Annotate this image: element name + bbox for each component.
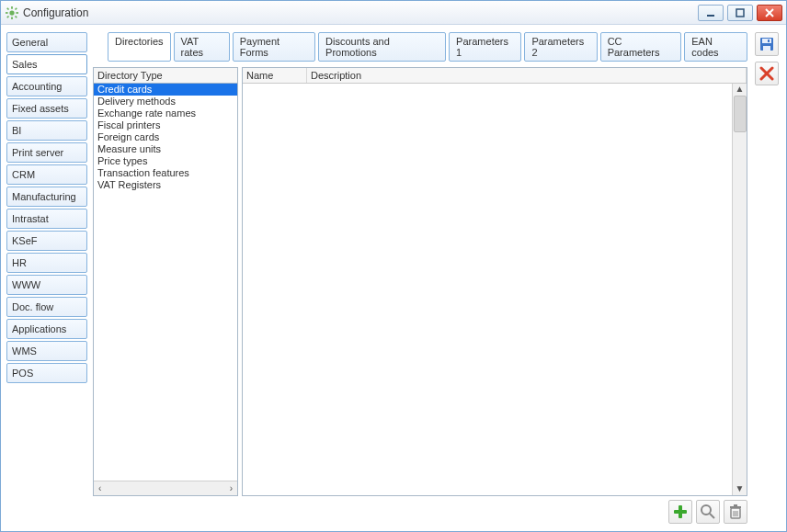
svg-rect-18	[730, 506, 741, 508]
sidebar: GeneralSalesAccountingFixed assetsBIPrin…	[6, 32, 87, 524]
svg-rect-19	[734, 504, 737, 506]
cancel-button[interactable]	[755, 62, 779, 85]
list-item[interactable]: Price types	[94, 155, 237, 167]
details-grid: Name Description ▲ ▼	[242, 67, 747, 496]
svg-line-7	[16, 7, 17, 9]
svg-line-6	[16, 16, 17, 17]
grid-body[interactable]: ▲ ▼	[243, 84, 747, 495]
titlebar: Configuration	[1, 1, 786, 25]
directory-type-list[interactable]: Credit cardsDelivery methodsExchange rat…	[94, 84, 237, 481]
tab-parameters-1[interactable]: Parameters 1	[449, 32, 521, 62]
tab-payment-forms[interactable]: Payment Forms	[233, 32, 315, 62]
tabs: DirectoriesVAT ratesPayment FormsDiscoun…	[108, 32, 747, 62]
footer-toolbar	[93, 500, 747, 524]
delete-button[interactable]	[724, 500, 747, 524]
svg-point-0	[9, 10, 14, 15]
directory-type-header: Directory Type	[94, 68, 237, 84]
sidebar-item-bi[interactable]: BI	[6, 120, 87, 141]
list-item[interactable]: Foreign cards	[94, 131, 237, 143]
config-window: Configuration GeneralSalesAccountingFixe…	[0, 0, 787, 532]
sidebar-item-wms[interactable]: WMS	[6, 341, 87, 361]
sidebar-item-intrastat[interactable]: Intrastat	[6, 209, 87, 229]
sidebar-item-doc-flow[interactable]: Doc. flow	[6, 297, 87, 317]
maximize-button[interactable]	[727, 5, 753, 21]
svg-line-16	[710, 514, 714, 518]
search-button[interactable]	[696, 500, 720, 524]
svg-rect-9	[707, 15, 714, 17]
scroll-thumb[interactable]	[734, 96, 747, 132]
window-controls	[698, 5, 782, 21]
svg-rect-14	[674, 510, 687, 514]
sidebar-item-manufacturing[interactable]: Manufacturing	[6, 187, 87, 207]
list-item[interactable]: Measure units	[94, 143, 237, 155]
svg-line-5	[7, 7, 9, 9]
list-item[interactable]: Transaction features	[94, 167, 237, 179]
save-button[interactable]	[755, 32, 779, 56]
sidebar-item-print-server[interactable]: Print server	[6, 142, 87, 163]
list-item[interactable]: Credit cards	[94, 84, 237, 96]
list-item[interactable]: Delivery methods	[94, 96, 237, 108]
main: DirectoriesVAT ratesPayment FormsDiscoun…	[93, 32, 747, 524]
scroll-down-icon[interactable]: ▼	[736, 483, 745, 493]
tab-vat-rates[interactable]: VAT rates	[174, 32, 230, 62]
sidebar-item-crm[interactable]: CRM	[6, 164, 87, 185]
window-title: Configuration	[23, 6, 698, 19]
list-item[interactable]: VAT Registers	[94, 179, 237, 191]
column-description[interactable]: Description	[307, 68, 747, 83]
minimize-button[interactable]	[698, 5, 724, 21]
scroll-right-icon[interactable]: ›	[227, 483, 235, 493]
scroll-up-icon[interactable]: ▲	[736, 84, 745, 94]
sidebar-item-hr[interactable]: HR	[6, 253, 87, 273]
sidebar-item-accounting[interactable]: Accounting	[6, 76, 87, 96]
scroll-left-icon[interactable]: ‹	[96, 483, 104, 493]
right-rail	[753, 32, 781, 524]
add-button[interactable]	[668, 500, 692, 524]
vertical-scrollbar[interactable]: ▲ ▼	[732, 84, 747, 495]
sidebar-item-sales[interactable]: Sales	[6, 54, 87, 74]
svg-rect-24	[762, 39, 771, 43]
sidebar-item-fixed-assets[interactable]: Fixed assets	[6, 98, 87, 119]
svg-rect-26	[768, 40, 770, 42]
list-item[interactable]: Exchange rate names	[94, 108, 237, 119]
list-item[interactable]: Fiscal printers	[94, 119, 237, 131]
close-button[interactable]	[757, 5, 782, 21]
grid-header: Name Description	[243, 68, 747, 84]
tab-directories[interactable]: Directories	[108, 32, 171, 62]
sidebar-item-pos[interactable]: POS	[6, 363, 87, 383]
sidebar-item-applications[interactable]: Applications	[6, 319, 87, 339]
directory-type-panel: Directory Type Credit cardsDelivery meth…	[93, 67, 238, 496]
horizontal-scrollbar[interactable]: ‹ ›	[94, 481, 237, 495]
svg-line-8	[7, 16, 9, 17]
tab-discounts-and-promotions[interactable]: Discounts and Promotions	[318, 32, 446, 62]
svg-rect-10	[736, 9, 744, 17]
content: Directory Type Credit cardsDelivery meth…	[93, 67, 747, 496]
svg-rect-25	[763, 46, 770, 51]
sidebar-item-www[interactable]: WWW	[6, 275, 87, 295]
body: GeneralSalesAccountingFixed assetsBIPrin…	[1, 25, 786, 531]
tab-ean-codes[interactable]: EAN codes	[684, 32, 747, 62]
gear-icon	[5, 6, 19, 20]
tab-cc-parameters[interactable]: CC Parameters	[600, 32, 682, 62]
tab-parameters-2[interactable]: Parameters 2	[524, 32, 597, 62]
sidebar-item-general[interactable]: General	[6, 32, 87, 52]
column-name[interactable]: Name	[243, 68, 307, 83]
svg-point-15	[701, 505, 711, 515]
sidebar-item-ksef[interactable]: KSeF	[6, 231, 87, 251]
